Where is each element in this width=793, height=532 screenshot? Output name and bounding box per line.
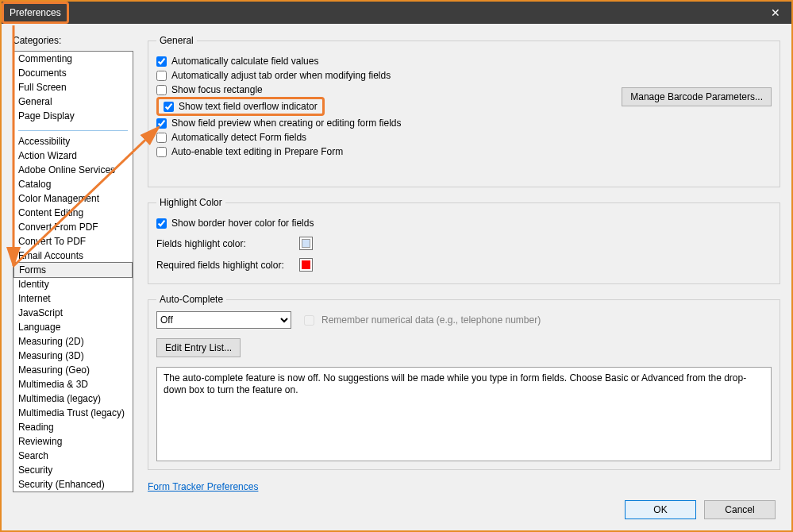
general-checkbox-label: Automatically detect Form fields bbox=[171, 132, 306, 143]
remember-numerical-checkbox bbox=[304, 315, 314, 326]
category-item[interactable]: Identity bbox=[13, 277, 133, 291]
ok-button[interactable]: OK bbox=[625, 500, 696, 519]
category-item[interactable]: Page Display bbox=[13, 109, 133, 123]
cancel-button[interactable]: Cancel bbox=[704, 500, 776, 519]
general-checkbox-4[interactable] bbox=[156, 118, 167, 129]
category-item[interactable]: Multimedia & 3D bbox=[13, 377, 133, 391]
manage-barcode-button[interactable]: Manage Barcode Parameters... bbox=[622, 87, 772, 106]
general-checkbox-2[interactable] bbox=[156, 85, 167, 95]
fields-highlight-color-button[interactable] bbox=[299, 237, 313, 250]
category-item[interactable]: Accessibility bbox=[13, 134, 133, 148]
general-checkbox-1[interactable] bbox=[156, 71, 167, 81]
categories-label: Categories: bbox=[13, 35, 133, 46]
category-item[interactable]: Color Management bbox=[13, 191, 133, 206]
required-highlight-color-button[interactable] bbox=[299, 258, 313, 272]
category-item[interactable]: Email Accounts bbox=[13, 249, 133, 263]
close-icon: ✕ bbox=[771, 6, 780, 19]
category-item[interactable]: Documents bbox=[13, 66, 133, 80]
annotation-title-highlight: Preferences bbox=[2, 2, 69, 24]
fields-highlight-label: Fields highlight color: bbox=[156, 238, 291, 249]
category-item[interactable]: Measuring (2D) bbox=[13, 334, 133, 349]
category-item[interactable]: General bbox=[13, 94, 133, 109]
category-item[interactable]: Reading bbox=[13, 420, 133, 434]
border-hover-label: Show border hover color for fields bbox=[171, 218, 314, 229]
autocomplete-description: The auto-complete feature is now off. No… bbox=[156, 367, 772, 461]
category-item[interactable]: Full Screen bbox=[13, 80, 133, 94]
border-hover-checkbox[interactable] bbox=[156, 218, 167, 229]
category-item[interactable]: Multimedia Trust (legacy) bbox=[13, 406, 133, 420]
highlight-legend: Highlight Color bbox=[156, 197, 225, 208]
category-item[interactable]: Security bbox=[13, 463, 133, 477]
category-item[interactable]: Action Wizard bbox=[13, 148, 133, 163]
general-checkbox-label: Automatically adjust tab order when modi… bbox=[171, 70, 391, 81]
category-item[interactable]: Reviewing bbox=[13, 434, 133, 449]
general-checkbox-label: Automatically calculate field values bbox=[171, 56, 318, 67]
category-item[interactable]: Convert From PDF bbox=[13, 220, 133, 234]
general-checkbox-label: Auto-enable text editing in Prepare Form bbox=[171, 146, 343, 157]
general-group: General Automatically calculate field va… bbox=[148, 35, 780, 187]
edit-entry-list-button[interactable]: Edit Entry List... bbox=[156, 338, 241, 357]
general-checkbox-6[interactable] bbox=[156, 147, 167, 157]
remember-numerical-label: Remember numerical data (e.g., telephone… bbox=[321, 314, 541, 326]
dialog-content: Categories: CommentingDocumentsFull Scre… bbox=[2, 24, 791, 530]
category-item[interactable]: Internet bbox=[13, 291, 133, 306]
category-item[interactable]: Catalog bbox=[13, 177, 133, 191]
category-item-forms[interactable]: Forms bbox=[13, 262, 133, 278]
general-legend: General bbox=[156, 35, 197, 46]
titlebar: Preferences ✕ bbox=[2, 2, 791, 24]
preferences-dialog: Preferences ✕ Categories: CommentingDocu… bbox=[0, 0, 793, 532]
general-checkbox-0[interactable] bbox=[156, 56, 167, 67]
categories-list[interactable]: CommentingDocumentsFull ScreenGeneralPag… bbox=[13, 51, 133, 492]
category-item[interactable]: Measuring (Geo) bbox=[13, 363, 133, 377]
close-button[interactable]: ✕ bbox=[760, 2, 791, 24]
category-item[interactable]: Commenting bbox=[13, 52, 133, 66]
category-item[interactable]: JavaScript bbox=[13, 306, 133, 320]
autocomplete-group: Auto-Complete Off Remember numerical dat… bbox=[148, 294, 780, 470]
general-checkbox-label: Show focus rectangle bbox=[171, 84, 263, 95]
autocomplete-legend: Auto-Complete bbox=[156, 294, 226, 305]
category-item[interactable]: Search bbox=[13, 449, 133, 463]
category-item[interactable]: Adobe Online Services bbox=[13, 163, 133, 177]
general-checkbox-3[interactable] bbox=[164, 102, 174, 112]
category-item[interactable]: Language bbox=[13, 320, 133, 334]
window-title: Preferences bbox=[10, 7, 61, 18]
annotation-overflow-highlight: Show text field overflow indicator bbox=[156, 97, 325, 116]
dialog-button-row: OK Cancel bbox=[2, 492, 791, 530]
category-item[interactable]: Convert To PDF bbox=[13, 234, 133, 249]
general-checkbox-label: Show text field overflow indicator bbox=[179, 101, 318, 112]
general-checkbox-label: Show field preview when creating or edit… bbox=[171, 118, 401, 129]
general-checkbox-5[interactable] bbox=[156, 133, 167, 143]
form-tracker-link[interactable]: Form Tracker Preferences bbox=[148, 481, 780, 492]
category-item[interactable]: Security (Enhanced) bbox=[13, 477, 133, 492]
category-item[interactable]: Measuring (3D) bbox=[13, 349, 133, 363]
required-highlight-label: Required fields highlight color: bbox=[156, 260, 291, 271]
category-item[interactable]: Multimedia (legacy) bbox=[13, 391, 133, 406]
autocomplete-mode-select[interactable]: Off bbox=[156, 311, 291, 329]
category-item[interactable]: Content Editing bbox=[13, 206, 133, 220]
highlight-color-group: Highlight Color Show border hover color … bbox=[148, 197, 780, 284]
